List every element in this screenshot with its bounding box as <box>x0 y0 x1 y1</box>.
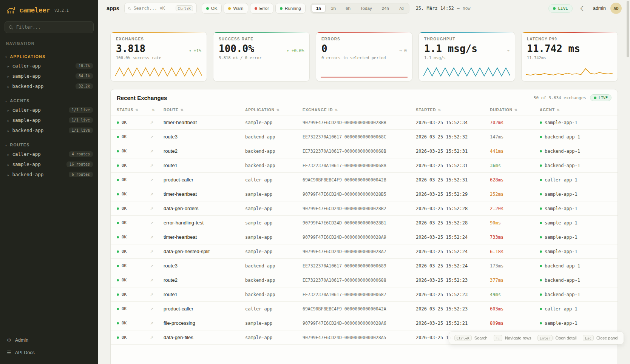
open-exchange-icon[interactable] <box>150 249 153 254</box>
app-logo[interactable]: cameleer v3.2.1 <box>0 0 98 18</box>
table-row[interactable]: OK timer-heartbeat sample-app 90799F47E6… <box>111 115 618 130</box>
section-header-agents[interactable]: AGENTS <box>0 97 98 105</box>
table-row[interactable]: OK file-processing sample-app 90799F47E6… <box>111 316 618 330</box>
open-exchange-icon[interactable] <box>150 134 153 140</box>
row-started: 2026-03-25 15:52:24 <box>412 259 486 273</box>
time-range-button[interactable]: 24h <box>377 4 394 12</box>
column-header[interactable]: STARTED <box>412 105 486 115</box>
open-exchange-icon[interactable] <box>150 277 153 283</box>
column-header[interactable]: STATUS <box>111 105 146 115</box>
sidebar-item-agent[interactable]: sample-app 1/1 live <box>0 115 98 125</box>
time-range-button[interactable]: 3h <box>326 4 340 12</box>
app-name: cameleer <box>19 6 50 14</box>
table-row[interactable]: OK route2 backend-app EE7322370A10617-00… <box>111 144 618 158</box>
agent-dot <box>540 250 542 253</box>
dark-mode-toggle[interactable] <box>577 3 588 14</box>
table-row[interactable]: OK product-caller caller-app 69AC90BF8EB… <box>111 173 618 187</box>
content: EXCHANGES 3.818 ↑ +1% 100.0% success rat… <box>98 17 630 364</box>
row-exchange-id: 90799F47E6CD24D-00000000000028BB <box>299 115 412 130</box>
sort-icon[interactable] <box>513 108 518 112</box>
status-ok-dot <box>117 265 119 267</box>
open-exchange-icon[interactable] <box>150 220 153 226</box>
sort-icon[interactable] <box>333 108 338 112</box>
open-exchange-icon[interactable] <box>150 292 153 297</box>
open-exchange-icon[interactable] <box>150 320 153 326</box>
table-row[interactable]: OK data-gen-nested-split sample-app 9079… <box>111 244 618 259</box>
status-filter-chip[interactable]: Running <box>275 3 306 14</box>
time-range-button[interactable]: 7d <box>394 4 408 12</box>
open-exchange-icon[interactable] <box>150 163 153 168</box>
table-row[interactable]: OK data-gen-orders sample-app 90799F47E6… <box>111 201 618 216</box>
time-range-button[interactable]: Today <box>356 4 377 12</box>
scrollbar-thumb[interactable] <box>627 1 629 57</box>
status-filter-chip[interactable]: Error <box>250 3 274 14</box>
section-header-routes[interactable]: ROUTES <box>0 141 98 149</box>
open-exchange-icon[interactable] <box>150 306 153 312</box>
row-status: OK <box>122 177 127 182</box>
open-exchange-icon[interactable] <box>150 191 153 197</box>
column-header[interactable]: EXCHANGE ID <box>299 105 412 115</box>
sidebar-item-agent[interactable]: backend-app 1/1 live <box>0 125 98 135</box>
card-value: 0 <box>321 43 327 54</box>
table-row[interactable]: OK timer-heartbeat sample-app 90799F47E6… <box>111 230 618 244</box>
column-header[interactable]: ROUTE <box>160 105 241 115</box>
open-exchange-icon[interactable] <box>150 120 153 125</box>
sort-icon[interactable] <box>275 108 280 112</box>
card-value: 1.1 msg/s <box>424 43 477 54</box>
column-header[interactable]: AGENT <box>536 105 618 115</box>
table-row[interactable]: OK product-caller caller-app 69AC90BF8EB… <box>111 302 618 316</box>
agent-dot <box>540 136 542 138</box>
time-range-button[interactable]: 6h <box>341 4 355 12</box>
sidebar-item-admin[interactable]: Admin <box>0 334 98 346</box>
avatar[interactable]: AD <box>610 3 622 14</box>
chevron-right-icon <box>8 172 9 177</box>
global-search-input[interactable] <box>134 6 173 11</box>
table-row[interactable]: OK error-handling-test sample-app 90799F… <box>111 216 618 230</box>
sidebar-item-application[interactable]: backend-app 32.2k <box>0 81 98 91</box>
row-agent: sample-app-1 <box>545 321 578 326</box>
sidebar-item-application[interactable]: caller-app 10.7k <box>0 61 98 71</box>
open-exchange-icon[interactable] <box>150 148 153 154</box>
sidebar-item-route[interactable]: sample-app 16 routes <box>0 159 98 169</box>
section-header-applications[interactable]: APPLICATIONS <box>0 52 98 61</box>
open-exchange-icon[interactable] <box>150 234 153 240</box>
table-row[interactable]: OK route3 backend-app EE7322370A10617-00… <box>111 130 618 144</box>
sidebar-item-application[interactable]: sample-app 84.1k <box>0 71 98 81</box>
table-row[interactable]: OK route2 backend-app EE7322370A10617-00… <box>111 273 618 287</box>
live-toggle[interactable]: LIVE <box>548 4 573 13</box>
column-header[interactable]: DURATION <box>486 105 536 115</box>
recent-exchanges-panel: Recent Exchanges 50 of 3.834 exchanges L… <box>110 89 618 364</box>
sidebar-item-api-docs[interactable]: API Docs <box>0 346 98 359</box>
open-exchange-icon[interactable] <box>150 335 153 340</box>
column-header[interactable] <box>146 105 160 115</box>
column-header[interactable]: APPLICATION <box>241 105 299 115</box>
sidebar-filter-input[interactable] <box>16 25 90 30</box>
moon-icon <box>580 5 585 12</box>
open-exchange-icon[interactable] <box>150 263 153 269</box>
open-exchange-icon[interactable] <box>150 206 153 211</box>
sidebar-item-label: caller-app <box>12 107 41 113</box>
row-exchange-id: 90799F47E6CD24D-00000000000028B2 <box>299 201 412 216</box>
table-row[interactable]: OK timer-heartbeat sample-app 90799F47E6… <box>111 187 618 201</box>
sidebar-item-route[interactable]: backend-app 6 routes <box>0 169 98 180</box>
status-ok-dot <box>117 164 119 167</box>
sort-icon[interactable] <box>436 108 441 112</box>
table-row[interactable]: OK route3 backend-app EE7322370A10617-00… <box>111 259 618 273</box>
time-range-button[interactable]: 1h <box>312 4 326 12</box>
date-range-display[interactable]: 25. März 14:52 — now <box>416 6 471 11</box>
sort-icon[interactable] <box>179 108 184 112</box>
table-row[interactable]: OK route1 backend-app EE7322370A10617-00… <box>111 287 618 302</box>
sort-icon[interactable] <box>150 108 155 112</box>
sort-icon[interactable] <box>555 108 560 112</box>
status-filter-chip[interactable]: Warn <box>224 3 248 14</box>
panel-live-badge[interactable]: LIVE <box>590 94 611 101</box>
sidebar-item-agent[interactable]: caller-app 1/1 live <box>0 105 98 115</box>
sidebar-item-route[interactable]: caller-app 4 routes <box>0 149 98 159</box>
live-label: LIVE <box>599 96 608 100</box>
docs-icon <box>7 350 11 355</box>
open-exchange-icon[interactable] <box>150 177 153 183</box>
status-filter-chip[interactable]: OK <box>202 3 222 14</box>
sort-icon[interactable] <box>134 108 139 112</box>
table-row[interactable]: OK route1 backend-app EE7322370A10617-00… <box>111 158 618 173</box>
row-exchange-id: EE7322370A10617-0000000000000689 <box>299 259 412 273</box>
